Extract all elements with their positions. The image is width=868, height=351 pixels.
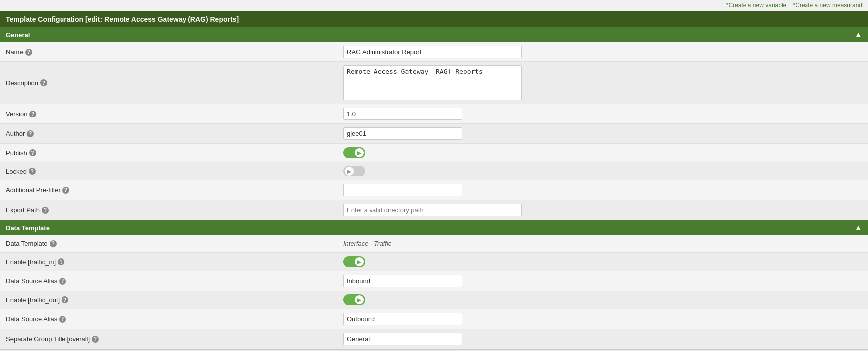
- locked-label: Locked ?: [6, 168, 343, 175]
- enable-traffic-in-toggle[interactable]: ▶: [343, 256, 365, 267]
- data-source-alias-out-input[interactable]: [343, 313, 462, 325]
- prefilter-help-icon[interactable]: ?: [62, 187, 69, 194]
- author-input[interactable]: [343, 127, 462, 140]
- author-label: Author ?: [6, 130, 343, 137]
- enable-traffic-in-row: Enable [traffic_in] ? ▶: [0, 253, 868, 271]
- data-template-section-body: Data Template ? Interface - Traffic Enab…: [0, 235, 868, 349]
- name-row: Name ?: [0, 42, 868, 62]
- data-source-alias-out-row: Data Source Alias ?: [0, 309, 868, 329]
- data-template-section-collapse-icon[interactable]: ▲: [854, 223, 862, 232]
- author-value: [343, 127, 862, 140]
- publish-help-icon[interactable]: ?: [29, 149, 36, 156]
- data-source-alias-in-label: Data Source Alias ?: [6, 277, 343, 285]
- data-source-alias-out-label: Data Source Alias ?: [6, 315, 343, 323]
- publish-toggle[interactable]: ▶: [343, 147, 365, 158]
- enable-traffic-out-help-icon[interactable]: ?: [62, 296, 68, 303]
- page-title: Template Configuration [edit: Remote Acc…: [6, 15, 239, 23]
- data-source-alias-out-help-icon[interactable]: ?: [59, 316, 66, 323]
- data-template-value: Interface - Traffic: [343, 240, 862, 247]
- general-section-body: Name ? Description ? Remote Access Gatew…: [0, 42, 868, 220]
- version-label: Version ?: [6, 110, 343, 117]
- prefilter-row: Additional Pre-filter ?: [0, 180, 868, 200]
- data-source-alias-in-help-icon[interactable]: ?: [59, 278, 66, 285]
- publish-row: Publish ? ▶: [0, 144, 868, 162]
- prefilter-value: [343, 184, 862, 196]
- export-path-label: Export Path ?: [6, 206, 343, 214]
- data-source-alias-in-value: [343, 275, 862, 287]
- version-input[interactable]: [343, 108, 462, 120]
- version-row: Version ?: [0, 104, 868, 124]
- author-row: Author ?: [0, 124, 868, 144]
- data-source-alias-out-value: [343, 313, 862, 325]
- export-path-help-icon[interactable]: ?: [42, 207, 49, 214]
- separate-group-title-label: Separate Group Title [overall] ?: [6, 335, 343, 343]
- data-template-label: Data Template ?: [6, 240, 343, 247]
- data-template-section-header[interactable]: Data Template ▲: [0, 220, 868, 235]
- publish-label: Publish ?: [6, 149, 343, 157]
- export-path-input[interactable]: [343, 204, 522, 216]
- separate-group-title-row: Separate Group Title [overall] ?: [0, 329, 868, 349]
- prefilter-label: Additional Pre-filter ?: [6, 186, 343, 194]
- data-template-help-icon[interactable]: ?: [50, 240, 57, 247]
- enable-traffic-out-row: Enable [traffic_out] ? ▶: [0, 291, 868, 309]
- name-input-wrapper: [343, 46, 522, 58]
- export-path-value: [343, 204, 862, 216]
- data-source-alias-in-input[interactable]: [343, 275, 462, 287]
- page-title-bar: Template Configuration [edit: Remote Acc…: [0, 11, 868, 27]
- description-input[interactable]: Remote Access Gateway (RAG) Reports: [343, 65, 522, 100]
- name-help-icon[interactable]: ?: [25, 49, 32, 56]
- general-section-collapse-icon[interactable]: ▲: [854, 30, 862, 39]
- enable-traffic-in-help-icon[interactable]: ?: [58, 258, 64, 265]
- description-value: Remote Access Gateway (RAG) Reports: [343, 65, 862, 100]
- description-label: Description ?: [6, 79, 343, 87]
- create-measurand-link[interactable]: *Create a new measurand: [793, 2, 862, 9]
- enable-traffic-out-value: ▶: [343, 294, 862, 305]
- locked-row: Locked ? ▶: [0, 162, 868, 180]
- separate-group-title-help-icon[interactable]: ?: [92, 336, 99, 343]
- footer-bar: Cancel Save: [0, 349, 868, 351]
- description-help-icon[interactable]: ?: [40, 79, 47, 86]
- separate-group-title-value: [343, 333, 862, 345]
- enable-traffic-in-label: Enable [traffic_in] ?: [6, 258, 343, 266]
- locked-toggle[interactable]: ▶: [343, 166, 365, 176]
- create-variable-link[interactable]: *Create a new variable: [726, 2, 786, 9]
- data-template-text: Interface - Traffic: [343, 240, 391, 247]
- data-template-section: Data Template ▲ Data Template ? Interfac…: [0, 220, 868, 349]
- general-section-label: General: [6, 31, 30, 39]
- separate-group-title-input[interactable]: [343, 333, 462, 345]
- general-section-header[interactable]: General ▲: [0, 27, 868, 42]
- locked-help-icon[interactable]: ?: [29, 168, 36, 175]
- author-help-icon[interactable]: ?: [27, 130, 34, 137]
- general-section: General ▲ Name ? Description ? Remote Ac…: [0, 27, 868, 220]
- enable-traffic-in-value: ▶: [343, 256, 862, 267]
- enable-traffic-out-toggle[interactable]: ▶: [343, 294, 365, 305]
- data-template-row: Data Template ? Interface - Traffic: [0, 235, 868, 253]
- data-template-section-label: Data Template: [6, 224, 50, 232]
- data-source-alias-in-row: Data Source Alias ?: [0, 271, 868, 291]
- name-value: [343, 46, 862, 58]
- top-bar: *Create a new variable *Create a new mea…: [0, 0, 868, 11]
- version-value: [343, 108, 862, 120]
- enable-traffic-out-label: Enable [traffic_out] ?: [6, 296, 343, 304]
- description-row: Description ? Remote Access Gateway (RAG…: [0, 62, 868, 104]
- name-label: Name ?: [6, 48, 343, 56]
- version-help-icon[interactable]: ?: [29, 111, 36, 117]
- prefilter-input[interactable]: [343, 184, 462, 196]
- locked-value: ▶: [343, 166, 862, 176]
- export-path-row: Export Path ?: [0, 200, 868, 220]
- name-input[interactable]: [343, 46, 522, 58]
- publish-value: ▶: [343, 147, 862, 158]
